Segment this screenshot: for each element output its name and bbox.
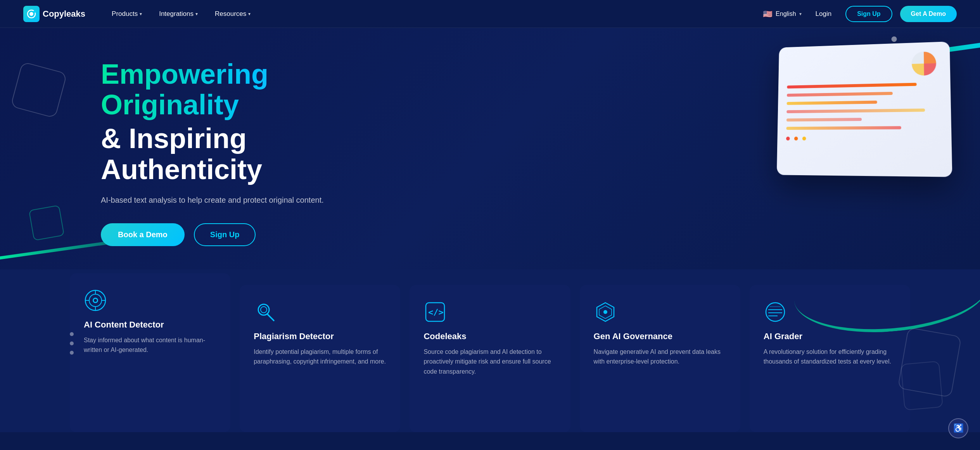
products-chevron-icon: ▾	[140, 11, 142, 17]
hero-title-line1: Empowering Originality	[101, 59, 411, 120]
language-label: English	[776, 10, 796, 17]
deco-dot-1	[891, 36, 897, 42]
ai-detector-title: AI Content Detector	[84, 320, 216, 330]
svg-point-17	[603, 310, 607, 314]
accessibility-icon: ♿	[953, 423, 964, 433]
get-demo-button[interactable]: Get A Demo	[900, 6, 957, 22]
ai-grader-title: AI Grader	[764, 331, 896, 341]
bottom-dot-3	[70, 351, 74, 355]
deco-shape-left2	[29, 205, 65, 241]
svg-point-12	[258, 304, 269, 315]
accessibility-button[interactable]: ♿	[948, 418, 968, 438]
integrations-chevron-icon: ▾	[195, 11, 198, 17]
chart-line-1	[787, 83, 916, 89]
login-button[interactable]: Login	[809, 7, 838, 21]
legend-dot-3	[802, 137, 806, 141]
logo-icon	[23, 6, 40, 22]
codeleaks-title: Codeleaks	[423, 331, 556, 341]
nav-resources[interactable]: Resources ▾	[208, 6, 258, 22]
chart-line-3	[787, 101, 877, 105]
dashboard-illustration	[777, 41, 952, 177]
chart-line-2	[787, 92, 893, 97]
codeleaks-icon: </>	[423, 300, 447, 324]
signup-button[interactable]: Sign Up	[845, 6, 892, 22]
flag-icon: 🇺🇸	[763, 9, 773, 19]
nav-products[interactable]: Products ▾	[105, 6, 149, 22]
deco-shape-left	[10, 62, 67, 119]
product-card-ai-detector[interactable]: AI Content Detector Stay informed about …	[70, 273, 230, 432]
ai-grader-icon	[764, 300, 787, 324]
plagiarism-desc: Identify potential plagiarism, multiple …	[254, 347, 386, 367]
hero-title-line2: & Inspiring Authenticity	[101, 123, 411, 184]
gen-ai-title: Gen AI Governance	[594, 331, 726, 341]
products-section: AI Content Detector Stay informed about …	[0, 269, 980, 432]
deco-shape-right2	[900, 361, 943, 410]
gen-ai-desc: Navigate generative AI and prevent data …	[594, 347, 726, 367]
language-chevron-icon: ▾	[799, 11, 802, 17]
chart-line-6	[786, 126, 901, 130]
legend-dot-1	[786, 137, 790, 141]
codeleaks-desc: Source code plagiarism and AI detection …	[423, 347, 556, 377]
product-card-gen-ai[interactable]: Gen AI Governance Navigate generative AI…	[580, 285, 740, 432]
svg-point-1	[29, 12, 33, 16]
logo-text: Copyleaks	[43, 9, 85, 19]
book-demo-button[interactable]: Book a Demo	[101, 223, 185, 246]
hero-subtitle: AI-based text analysis to help create an…	[101, 196, 411, 205]
chart-area	[786, 82, 941, 130]
chart-legend	[786, 136, 942, 141]
ai-detector-icon	[84, 289, 107, 312]
pie-chart	[910, 50, 938, 78]
hero-content: Empowering Originality & Inspiring Authe…	[101, 59, 411, 246]
plagiarism-icon	[254, 300, 277, 324]
plagiarism-title: Plagiarism Detector	[254, 331, 386, 341]
svg-point-2	[33, 10, 36, 13]
hero-section: Empowering Originality & Inspiring Authe…	[0, 28, 980, 269]
chart-line-4	[786, 109, 925, 113]
navbar: Copyleaks Products ▾ Integrations ▾ Reso…	[0, 0, 980, 28]
ai-grader-desc: A revolutionary solution for efficiently…	[764, 347, 896, 367]
ai-detector-desc: Stay informed about what content is huma…	[84, 335, 216, 355]
svg-point-18	[766, 303, 785, 321]
nav-integrations[interactable]: Integrations ▾	[152, 6, 205, 22]
bottom-dot-2	[70, 341, 74, 345]
product-card-codeleaks[interactable]: </> Codeleaks Source code plagiarism and…	[410, 285, 570, 432]
logo[interactable]: Copyleaks	[23, 6, 85, 22]
nav-links: Products ▾ Integrations ▾ Resources ▾	[105, 6, 763, 22]
svg-point-14	[261, 307, 267, 313]
bottom-dot-1	[70, 332, 74, 336]
chart-line-5	[786, 118, 862, 122]
product-card-plagiarism[interactable]: Plagiarism Detector Identify potential p…	[240, 285, 400, 432]
svg-text:</>: </>	[428, 307, 444, 317]
bottom-deco-dots	[70, 332, 74, 355]
language-selector[interactable]: 🇺🇸 English ▾	[763, 9, 801, 19]
hero-signup-button[interactable]: Sign Up	[194, 223, 256, 246]
svg-line-13	[268, 314, 274, 321]
hero-buttons: Book a Demo Sign Up	[101, 223, 411, 246]
nav-right: 🇺🇸 English ▾ Login Sign Up Get A Demo	[763, 6, 957, 22]
resources-chevron-icon: ▾	[248, 11, 251, 17]
svg-point-7	[94, 299, 97, 302]
gen-ai-icon	[594, 300, 617, 324]
legend-dot-2	[794, 137, 798, 141]
